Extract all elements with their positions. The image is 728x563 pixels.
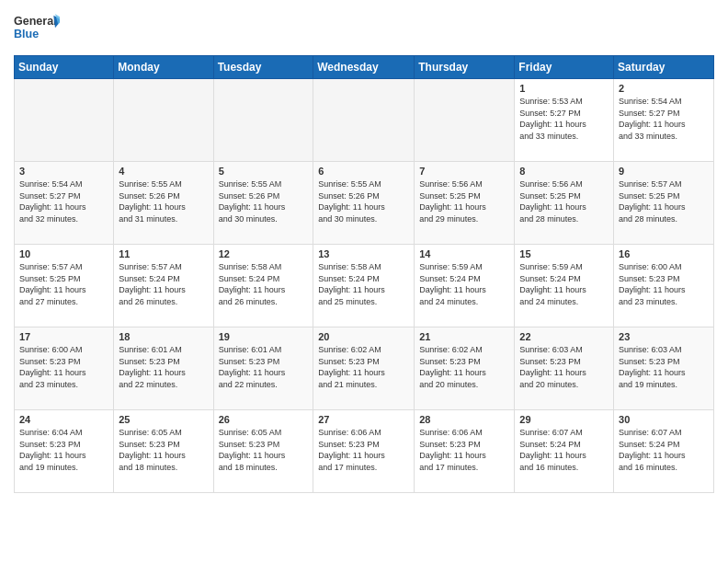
calendar-cell-0-1 [114,79,213,162]
day-info: Sunrise: 6:01 AM Sunset: 5:23 PM Dayligh… [119,344,208,390]
day-info: Sunrise: 5:56 AM Sunset: 5:25 PM Dayligh… [519,178,609,224]
day-info: Sunrise: 5:57 AM Sunset: 5:25 PM Dayligh… [619,178,709,224]
day-info: Sunrise: 6:06 AM Sunset: 5:23 PM Dayligh… [419,427,509,473]
day-info: Sunrise: 6:01 AM Sunset: 5:23 PM Dayligh… [219,344,309,390]
day-number: 23 [619,331,709,342]
day-info: Sunrise: 5:57 AM Sunset: 5:25 PM Dayligh… [19,261,108,307]
day-number: 13 [318,248,409,259]
day-info: Sunrise: 5:55 AM Sunset: 5:26 PM Dayligh… [119,178,208,224]
svg-text:General: General [14,15,57,28]
calendar-cell-1-5: 8Sunrise: 5:56 AM Sunset: 5:25 PM Daylig… [515,162,614,245]
day-number: 16 [619,248,709,259]
day-number: 8 [519,166,609,177]
day-number: 30 [619,414,709,425]
day-info: Sunrise: 5:58 AM Sunset: 5:24 PM Dayligh… [318,261,409,307]
weekday-header-row: SundayMondayTuesdayWednesdayThursdayFrid… [15,56,714,79]
day-info: Sunrise: 6:07 AM Sunset: 5:24 PM Dayligh… [619,427,709,473]
day-info: Sunrise: 5:56 AM Sunset: 5:25 PM Dayligh… [419,178,509,224]
logo-svg: General Blue [14,9,60,48]
week-row-5: 24Sunrise: 6:04 AM Sunset: 5:23 PM Dayli… [15,410,714,493]
day-info: Sunrise: 5:55 AM Sunset: 5:26 PM Dayligh… [219,178,309,224]
weekday-thursday: Thursday [415,56,515,79]
calendar-cell-4-4: 28Sunrise: 6:06 AM Sunset: 5:23 PM Dayli… [415,410,515,493]
calendar-cell-0-3 [313,79,415,162]
day-number: 1 [519,83,609,94]
calendar-cell-3-2: 19Sunrise: 6:01 AM Sunset: 5:23 PM Dayli… [213,327,313,410]
week-row-4: 17Sunrise: 6:00 AM Sunset: 5:23 PM Dayli… [15,327,714,410]
day-number: 27 [318,414,409,425]
weekday-wednesday: Wednesday [313,56,415,79]
day-info: Sunrise: 6:03 AM Sunset: 5:23 PM Dayligh… [619,344,709,390]
calendar-cell-2-2: 12Sunrise: 5:58 AM Sunset: 5:24 PM Dayli… [213,245,313,327]
day-info: Sunrise: 5:55 AM Sunset: 5:26 PM Dayligh… [318,178,409,224]
calendar-cell-0-5: 1Sunrise: 5:53 AM Sunset: 5:27 PM Daylig… [515,79,614,162]
day-number: 3 [19,166,108,177]
day-number: 11 [119,248,208,259]
week-row-2: 3Sunrise: 5:54 AM Sunset: 5:27 PM Daylig… [15,162,714,245]
day-info: Sunrise: 6:00 AM Sunset: 5:23 PM Dayligh… [619,261,709,307]
day-info: Sunrise: 6:05 AM Sunset: 5:23 PM Dayligh… [219,427,309,473]
calendar-cell-1-4: 7Sunrise: 5:56 AM Sunset: 5:25 PM Daylig… [415,162,515,245]
day-number: 26 [219,414,309,425]
calendar-cell-1-1: 4Sunrise: 5:55 AM Sunset: 5:26 PM Daylig… [114,162,213,245]
calendar-cell-3-0: 17Sunrise: 6:00 AM Sunset: 5:23 PM Dayli… [15,327,114,410]
calendar-cell-0-4 [415,79,515,162]
day-number: 20 [318,331,409,342]
day-number: 2 [619,83,709,94]
day-number: 28 [419,414,509,425]
calendar-cell-0-0 [15,79,114,162]
day-info: Sunrise: 5:54 AM Sunset: 5:27 PM Dayligh… [619,96,709,142]
weekday-sunday: Sunday [15,56,114,79]
calendar-cell-3-1: 18Sunrise: 6:01 AM Sunset: 5:23 PM Dayli… [114,327,213,410]
day-number: 9 [619,166,709,177]
day-number: 14 [419,248,509,259]
calendar: SundayMondayTuesdayWednesdayThursdayFrid… [14,55,714,493]
day-number: 25 [119,414,208,425]
day-info: Sunrise: 6:06 AM Sunset: 5:23 PM Dayligh… [318,427,409,473]
day-number: 29 [519,414,609,425]
day-number: 7 [419,166,509,177]
weekday-monday: Monday [114,56,213,79]
calendar-cell-0-2 [213,79,313,162]
day-number: 18 [119,331,208,342]
calendar-cell-3-4: 21Sunrise: 6:02 AM Sunset: 5:23 PM Dayli… [415,327,515,410]
calendar-cell-1-6: 9Sunrise: 5:57 AM Sunset: 5:25 PM Daylig… [614,162,714,245]
week-row-3: 10Sunrise: 5:57 AM Sunset: 5:25 PM Dayli… [15,245,714,327]
day-info: Sunrise: 6:00 AM Sunset: 5:23 PM Dayligh… [19,344,108,390]
day-number: 24 [19,414,108,425]
calendar-cell-2-6: 16Sunrise: 6:00 AM Sunset: 5:23 PM Dayli… [614,245,714,327]
calendar-cell-4-1: 25Sunrise: 6:05 AM Sunset: 5:23 PM Dayli… [114,410,213,493]
calendar-cell-4-2: 26Sunrise: 6:05 AM Sunset: 5:23 PM Dayli… [213,410,313,493]
day-number: 17 [19,331,108,342]
day-number: 4 [119,166,208,177]
page: General Blue SundayMondayTuesdayWednesda… [0,0,728,563]
day-number: 5 [219,166,309,177]
header: General Blue [14,9,714,48]
day-info: Sunrise: 5:53 AM Sunset: 5:27 PM Dayligh… [519,96,609,142]
week-row-1: 1Sunrise: 5:53 AM Sunset: 5:27 PM Daylig… [15,79,714,162]
weekday-saturday: Saturday [614,56,714,79]
calendar-cell-1-0: 3Sunrise: 5:54 AM Sunset: 5:27 PM Daylig… [15,162,114,245]
day-info: Sunrise: 6:03 AM Sunset: 5:23 PM Dayligh… [519,344,609,390]
day-number: 19 [219,331,309,342]
day-info: Sunrise: 6:02 AM Sunset: 5:23 PM Dayligh… [419,344,509,390]
calendar-cell-3-5: 22Sunrise: 6:03 AM Sunset: 5:23 PM Dayli… [515,327,614,410]
day-info: Sunrise: 6:04 AM Sunset: 5:23 PM Dayligh… [19,427,108,473]
day-number: 6 [318,166,409,177]
day-info: Sunrise: 6:07 AM Sunset: 5:24 PM Dayligh… [519,427,609,473]
calendar-cell-2-1: 11Sunrise: 5:57 AM Sunset: 5:24 PM Dayli… [114,245,213,327]
calendar-cell-2-3: 13Sunrise: 5:58 AM Sunset: 5:24 PM Dayli… [313,245,415,327]
calendar-cell-4-0: 24Sunrise: 6:04 AM Sunset: 5:23 PM Dayli… [15,410,114,493]
day-number: 12 [219,248,309,259]
calendar-cell-3-6: 23Sunrise: 6:03 AM Sunset: 5:23 PM Dayli… [614,327,714,410]
calendar-cell-4-6: 30Sunrise: 6:07 AM Sunset: 5:24 PM Dayli… [614,410,714,493]
calendar-cell-0-6: 2Sunrise: 5:54 AM Sunset: 5:27 PM Daylig… [614,79,714,162]
day-number: 10 [19,248,108,259]
day-number: 22 [519,331,609,342]
calendar-cell-4-5: 29Sunrise: 6:07 AM Sunset: 5:24 PM Dayli… [515,410,614,493]
calendar-cell-1-2: 5Sunrise: 5:55 AM Sunset: 5:26 PM Daylig… [213,162,313,245]
logo: General Blue [14,9,60,48]
calendar-cell-3-3: 20Sunrise: 6:02 AM Sunset: 5:23 PM Dayli… [313,327,415,410]
day-info: Sunrise: 6:02 AM Sunset: 5:23 PM Dayligh… [318,344,409,390]
day-number: 15 [519,248,609,259]
